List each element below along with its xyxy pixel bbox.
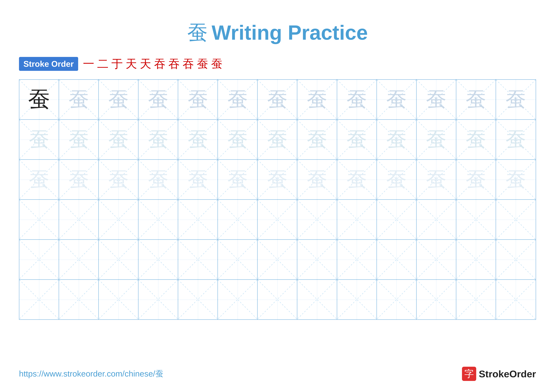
grid-cell[interactable]: 蚕 bbox=[139, 160, 178, 200]
grid-cell[interactable]: 蚕 bbox=[496, 80, 536, 119]
grid-cell[interactable] bbox=[297, 200, 337, 239]
grid-cell[interactable] bbox=[218, 240, 258, 279]
title-text: Writing Practice bbox=[212, 21, 368, 44]
grid-cell[interactable]: 蚕 bbox=[178, 120, 218, 159]
grid-cell[interactable]: 蚕 bbox=[297, 160, 337, 200]
practice-char: 蚕 bbox=[505, 166, 526, 193]
grid-cell[interactable]: 蚕 bbox=[139, 80, 178, 119]
svg-line-129 bbox=[496, 240, 536, 279]
stroke-step-4: 天 bbox=[126, 56, 137, 71]
grid-cell[interactable]: 蚕 bbox=[178, 160, 218, 200]
grid-cell[interactable] bbox=[337, 200, 377, 239]
grid-cell[interactable]: 蚕 bbox=[297, 80, 337, 119]
grid-cell[interactable]: 蚕 bbox=[297, 120, 337, 159]
grid-cell[interactable] bbox=[218, 280, 258, 319]
grid-cell[interactable]: 蚕 bbox=[456, 80, 496, 119]
grid-cell[interactable] bbox=[416, 280, 456, 319]
grid-cell[interactable]: 蚕 bbox=[99, 80, 139, 119]
grid-cell[interactable] bbox=[59, 240, 99, 279]
grid-cell[interactable] bbox=[496, 280, 536, 319]
grid-cell[interactable] bbox=[337, 240, 377, 279]
svg-line-98 bbox=[416, 200, 456, 239]
grid-cell[interactable] bbox=[19, 240, 59, 279]
grid-cell[interactable] bbox=[377, 280, 416, 319]
grid-cell[interactable] bbox=[19, 280, 59, 319]
grid-cell[interactable]: 蚕 bbox=[59, 160, 99, 200]
grid-cell[interactable]: 蚕 bbox=[258, 160, 297, 200]
practice-char: 蚕 bbox=[466, 86, 486, 114]
grid-cell[interactable]: 蚕 bbox=[377, 80, 416, 119]
footer-url[interactable]: https://www.strokeorder.com/chinese/蚕 bbox=[19, 368, 163, 379]
grid-cell[interactable]: 蚕 bbox=[496, 160, 536, 200]
grid-cell[interactable] bbox=[258, 280, 297, 319]
grid-cell[interactable]: 蚕 bbox=[258, 120, 297, 159]
svg-line-112 bbox=[178, 240, 218, 279]
grid-cell[interactable] bbox=[59, 200, 99, 239]
grid-cell[interactable]: 蚕 bbox=[416, 80, 456, 119]
grid-cell[interactable]: 蚕 bbox=[99, 160, 139, 200]
grid-cell[interactable]: 蚕 bbox=[139, 120, 178, 159]
grid-cell[interactable] bbox=[496, 200, 536, 239]
grid-cell[interactable]: 蚕 bbox=[19, 80, 59, 119]
grid-cell[interactable]: 蚕 bbox=[178, 80, 218, 119]
grid-cell[interactable]: 蚕 bbox=[337, 120, 377, 159]
svg-line-115 bbox=[218, 240, 257, 279]
grid-cell[interactable] bbox=[377, 240, 416, 279]
grid-cell[interactable]: 蚕 bbox=[99, 120, 139, 159]
grid-cell[interactable] bbox=[416, 240, 456, 279]
practice-char: 蚕 bbox=[148, 126, 168, 154]
grid-cell[interactable]: 蚕 bbox=[19, 120, 59, 159]
grid-cell[interactable] bbox=[456, 280, 496, 319]
grid-cell[interactable] bbox=[297, 280, 337, 319]
grid-cell[interactable] bbox=[456, 240, 496, 279]
svg-line-117 bbox=[258, 240, 297, 279]
grid-cell[interactable] bbox=[258, 200, 297, 239]
grid-cell[interactable]: 蚕 bbox=[59, 120, 99, 159]
grid-cell[interactable]: 蚕 bbox=[416, 160, 456, 200]
grid-cell[interactable] bbox=[218, 200, 258, 239]
grid-cell[interactable] bbox=[377, 200, 416, 239]
grid-cell[interactable]: 蚕 bbox=[377, 120, 416, 159]
grid-cell[interactable] bbox=[337, 280, 377, 319]
practice-char: 蚕 bbox=[386, 126, 407, 154]
grid-cell[interactable]: 蚕 bbox=[456, 120, 496, 159]
grid-cell[interactable] bbox=[258, 240, 297, 279]
svg-line-107 bbox=[59, 240, 98, 279]
practice-char: 蚕 bbox=[28, 85, 50, 115]
svg-line-154 bbox=[496, 280, 536, 319]
grid-cell[interactable] bbox=[139, 200, 178, 239]
grid-cell[interactable] bbox=[99, 200, 139, 239]
grid-cell[interactable] bbox=[178, 200, 218, 239]
grid-cell[interactable]: 蚕 bbox=[218, 120, 258, 159]
grid-cell[interactable] bbox=[178, 280, 218, 319]
grid-cell[interactable] bbox=[178, 240, 218, 279]
grid-cell[interactable] bbox=[99, 280, 139, 319]
svg-line-96 bbox=[377, 200, 416, 239]
svg-line-125 bbox=[416, 240, 456, 279]
svg-line-141 bbox=[218, 280, 257, 319]
practice-char: 蚕 bbox=[307, 126, 327, 154]
grid-cell[interactable] bbox=[496, 240, 536, 279]
grid-cell[interactable] bbox=[99, 240, 139, 279]
grid-cell[interactable]: 蚕 bbox=[377, 160, 416, 200]
grid-cell[interactable]: 蚕 bbox=[218, 80, 258, 119]
grid-cell[interactable] bbox=[59, 280, 99, 319]
grid-cell[interactable]: 蚕 bbox=[218, 160, 258, 200]
grid-cell[interactable] bbox=[297, 240, 337, 279]
grid-cell[interactable]: 蚕 bbox=[496, 120, 536, 159]
grid-cell[interactable]: 蚕 bbox=[19, 160, 59, 200]
grid-cell[interactable] bbox=[139, 280, 178, 319]
grid-cell[interactable]: 蚕 bbox=[59, 80, 99, 119]
grid-cell[interactable] bbox=[456, 200, 496, 239]
grid-cell[interactable]: 蚕 bbox=[337, 80, 377, 119]
grid-cell[interactable] bbox=[416, 200, 456, 239]
practice-char: 蚕 bbox=[466, 166, 486, 193]
svg-line-123 bbox=[377, 240, 416, 279]
grid-cell[interactable] bbox=[139, 240, 178, 279]
grid-cell[interactable] bbox=[19, 200, 59, 239]
svg-line-153 bbox=[456, 280, 496, 319]
grid-cell[interactable]: 蚕 bbox=[337, 160, 377, 200]
grid-cell[interactable]: 蚕 bbox=[456, 160, 496, 200]
grid-cell[interactable]: 蚕 bbox=[258, 80, 297, 119]
grid-cell[interactable]: 蚕 bbox=[416, 120, 456, 159]
